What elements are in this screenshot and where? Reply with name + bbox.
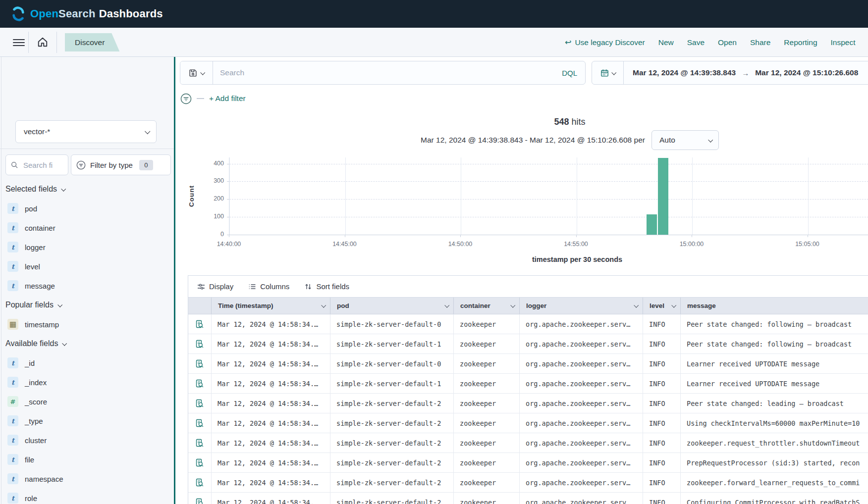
field-item[interactable]: tmessage [5, 278, 172, 293]
field-search-input[interactable] [22, 160, 64, 170]
expand-document-button[interactable] [194, 418, 205, 429]
x-axis-tick-label: 15:05:00 [785, 241, 830, 248]
cell-pod: simple-zk-server-default-2 [330, 413, 454, 433]
query-input-box: DQL [180, 61, 586, 85]
y-axis-tick-label: 0 [176, 231, 224, 238]
cell-level: INFO [643, 493, 681, 504]
field-type-badge: t [7, 357, 18, 368]
saved-query-button[interactable] [180, 61, 213, 84]
sort-fields-button[interactable]: Sort fields [304, 282, 349, 291]
column-header-level[interactable]: level [643, 298, 681, 314]
histogram-bar[interactable] [647, 214, 657, 235]
column-header-logger[interactable]: logger [520, 298, 643, 314]
sliders-icon [197, 283, 205, 291]
column-header-message: message [681, 298, 868, 314]
expand-document-button[interactable] [194, 497, 205, 504]
filter-dash [197, 98, 204, 99]
expand-document-button[interactable] [194, 358, 205, 369]
results-panel: Display Columns Sort fields Time (timest… [188, 275, 868, 504]
opensearch-logo[interactable]: OpenSearchDashboards [11, 6, 163, 21]
date-from: Mar 12, 2024 @ 14:39:38.843 [633, 68, 736, 77]
filter-by-type-button[interactable]: Filter by type 0 [71, 154, 171, 175]
use-legacy-discover-link[interactable]: ↩Use legacy Discover [565, 38, 645, 47]
expand-document-button[interactable] [194, 477, 205, 488]
cell-level: INFO [643, 394, 681, 413]
hits-count: 548 [554, 117, 569, 127]
save-link[interactable]: Save [687, 38, 705, 47]
table-row: Mar 12, 2024 @ 14:58:34.… simple-zk-serv… [188, 334, 868, 354]
chevron-down-icon [510, 303, 515, 308]
date-quick-select-button[interactable] [592, 61, 624, 84]
field-item[interactable]: tfile [5, 452, 172, 467]
display-button[interactable]: Display [197, 282, 233, 291]
date-range[interactable]: Mar 12, 2024 @ 14:39:38.843 → Mar 12, 20… [624, 61, 867, 84]
filter-circle-icon[interactable] [180, 93, 192, 104]
query-language-button[interactable]: DQL [554, 61, 585, 84]
field-item[interactable]: tnamespace [5, 471, 172, 486]
field-item[interactable]: t_type [5, 413, 172, 428]
field-item[interactable]: #_score [5, 394, 172, 409]
breadcrumb[interactable]: Discover [65, 33, 119, 51]
expand-document-button[interactable] [194, 457, 205, 468]
index-pattern-select[interactable]: vector-* [15, 120, 157, 143]
field-type-badge: t [7, 377, 18, 388]
table-row: Mar 12, 2024 @ 14:58:34.… simple-zk-serv… [188, 394, 868, 413]
inspect-link[interactable]: Inspect [831, 38, 856, 47]
open-link[interactable]: Open [718, 38, 737, 47]
sidebar-resize-divider[interactable] [174, 57, 175, 504]
y-axis-tick-label: 400 [176, 160, 224, 167]
query-input[interactable] [213, 61, 554, 84]
cell-message: zookeeper.forward_learner_requests_to_co… [681, 473, 868, 492]
chart-gridline [229, 199, 868, 200]
field-item[interactable]: tpod [5, 201, 172, 216]
nav-separator [28, 32, 29, 53]
undo-icon: ↩ [565, 39, 571, 47]
field-item[interactable]: tlevel [5, 259, 172, 274]
discover-main: DQL Mar 12, 2024 @ 14:39:38.843 → Mar 12… [176, 57, 868, 504]
cell-container: zookeeper [454, 433, 520, 453]
field-item[interactable]: tcontainer [5, 220, 172, 235]
cell-logger: org.apache.zookeeper.serv… [520, 493, 643, 504]
expand-document-button[interactable] [194, 378, 205, 389]
expand-document-button[interactable] [194, 319, 205, 330]
document-magnify-icon [195, 359, 204, 368]
cell-container: zookeeper [454, 374, 520, 393]
table-row: Mar 12, 2024 @ 14:58:34.… simple-zk-serv… [188, 433, 868, 453]
selected-fields-header[interactable]: Selected fields [5, 182, 172, 197]
save-icon [189, 69, 197, 77]
menu-button[interactable] [13, 37, 25, 47]
field-item[interactable]: t_id [5, 355, 172, 370]
field-item[interactable]: t_index [5, 375, 172, 390]
arrow-right-icon: → [742, 69, 749, 77]
chart-gridline [692, 157, 693, 235]
field-item[interactable]: trole [5, 491, 172, 504]
expand-document-button[interactable] [194, 339, 205, 350]
column-header-time[interactable]: Time (timestamp) [212, 298, 330, 314]
field-type-badge: t [7, 415, 18, 426]
cell-time: Mar 12, 2024 @ 14:58:34.… [212, 433, 330, 453]
reporting-link[interactable]: Reporting [784, 38, 817, 47]
chevron-down-icon [200, 70, 205, 75]
column-header-pod[interactable]: pod [330, 298, 454, 314]
available-fields-header[interactable]: Available fields [5, 336, 172, 351]
expand-document-button[interactable] [194, 438, 205, 449]
cell-pod: simple-zk-server-default-1 [330, 334, 454, 353]
new-link[interactable]: New [658, 38, 674, 47]
field-type-badge: t [7, 280, 18, 291]
add-filter-link[interactable]: + Add filter [209, 94, 246, 103]
field-item[interactable]: tcluster [5, 433, 172, 448]
home-button[interactable] [37, 36, 50, 49]
interval-select[interactable]: Auto [651, 130, 719, 150]
field-item[interactable]: ▦timestamp [5, 317, 172, 332]
cell-logger: org.apache.zookeeper.serv… [520, 473, 643, 492]
column-header-container[interactable]: container [454, 298, 520, 314]
cell-pod: simple-zk-server-default-2 [330, 394, 454, 413]
cell-logger: org.apache.zookeeper.serv… [520, 453, 643, 472]
histogram-bar[interactable] [658, 158, 668, 235]
field-item[interactable]: tlogger [5, 240, 172, 254]
columns-button[interactable]: Columns [248, 282, 289, 291]
share-link[interactable]: Share [750, 38, 770, 47]
expand-document-button[interactable] [194, 398, 205, 409]
cell-logger: org.apache.zookeeper.serv… [520, 374, 643, 393]
popular-fields-header[interactable]: Popular fields [5, 298, 172, 312]
